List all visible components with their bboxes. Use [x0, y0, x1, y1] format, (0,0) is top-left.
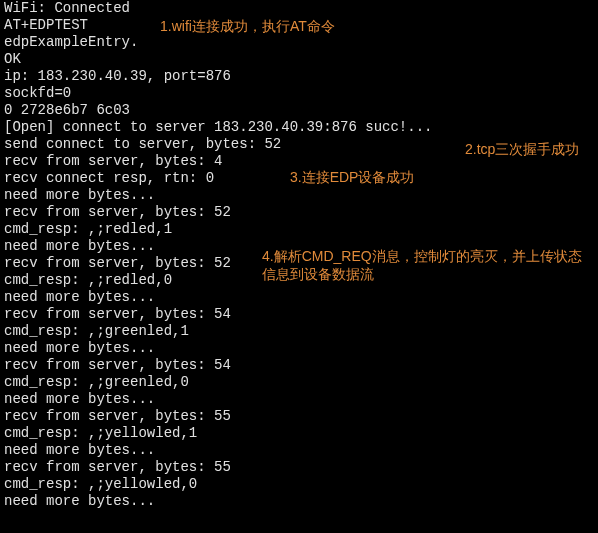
terminal-line: 0 2728e6b7 6c03: [0, 102, 598, 119]
terminal-line: need more bytes...: [0, 391, 598, 408]
terminal-line: need more bytes...: [0, 187, 598, 204]
annotation-4: 4.解析CMD_REQ消息，控制灯的亮灭，并上传状态信息到设备数据流: [262, 247, 592, 283]
terminal-line: need more bytes...: [0, 340, 598, 357]
terminal-line: recv from server, bytes: 55: [0, 459, 598, 476]
terminal-window: WiFi: Connected AT+EDPTEST edpExampleEnt…: [0, 0, 598, 533]
terminal-line: recv from server, bytes: 55: [0, 408, 598, 425]
terminal-line: edpExampleEntry.: [0, 34, 598, 51]
terminal-line: ip: 183.230.40.39, port=876: [0, 68, 598, 85]
terminal-line: OK: [0, 51, 598, 68]
terminal-line: cmd_resp: ,;redled,1: [0, 221, 598, 238]
terminal-line: need more bytes...: [0, 442, 598, 459]
terminal-line: recv from server, bytes: 54: [0, 306, 598, 323]
annotation-3: 3.连接EDP设备成功: [290, 168, 414, 186]
annotation-1: 1.wifi连接成功，执行AT命令: [160, 17, 335, 35]
terminal-line: cmd_resp: ,;greenled,1: [0, 323, 598, 340]
terminal-line: need more bytes...: [0, 289, 598, 306]
terminal-line: recv from server, bytes: 52: [0, 204, 598, 221]
terminal-line: need more bytes...: [0, 493, 598, 510]
terminal-line: recv from server, bytes: 54: [0, 357, 598, 374]
terminal-line: cmd_resp: ,;greenled,0: [0, 374, 598, 391]
terminal-line: cmd_resp: ,;yellowled,0: [0, 476, 598, 493]
terminal-line: WiFi: Connected: [0, 0, 598, 17]
annotation-2: 2.tcp三次握手成功: [465, 140, 595, 158]
terminal-line: sockfd=0: [0, 85, 598, 102]
terminal-line: cmd_resp: ,;yellowled,1: [0, 425, 598, 442]
terminal-line: [Open] connect to server 183.230.40.39:8…: [0, 119, 598, 136]
